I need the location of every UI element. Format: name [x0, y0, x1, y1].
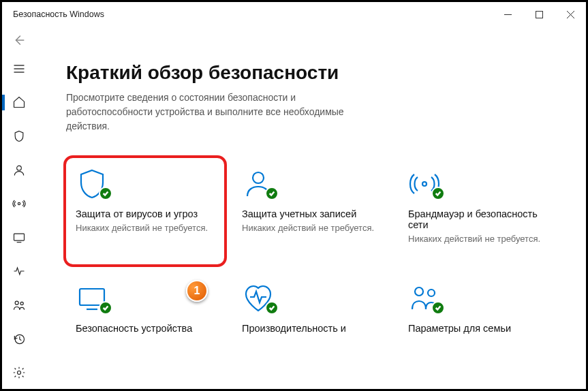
card-performance[interactable]: Производительность и — [232, 272, 390, 379]
svg-point-12 — [15, 301, 18, 304]
sidebar-item-firewall[interactable] — [2, 194, 36, 213]
main-content: Краткий обзор безопасности Просмотрите с… — [36, 57, 586, 389]
svg-point-21 — [428, 290, 435, 296]
page-subtitle: Просмотрите сведения о состоянии безопас… — [66, 91, 352, 134]
sidebar — [2, 57, 36, 389]
step-annotation-1: 1 — [186, 280, 208, 302]
window-title: Безопасность Windows — [13, 10, 104, 19]
svg-point-17 — [422, 182, 427, 186]
heartbeat-icon — [242, 282, 381, 319]
sidebar-item-settings[interactable] — [2, 363, 36, 382]
svg-point-16 — [253, 172, 264, 183]
svg-rect-10 — [14, 234, 25, 240]
sidebar-item-home[interactable] — [2, 93, 36, 112]
card-title: Безопасность устройства — [76, 323, 215, 334]
card-title: Параметры для семьи — [408, 323, 547, 334]
status-ok-badge — [99, 301, 112, 315]
card-sub: Никаких действий не требуется. — [408, 233, 547, 245]
sidebar-item-history[interactable] — [2, 330, 36, 349]
sidebar-item-virus[interactable] — [2, 127, 36, 146]
window-controls — [492, 2, 586, 27]
card-title: Брандмауэр и безопасность сети — [408, 208, 547, 230]
svg-rect-1 — [536, 11, 542, 18]
card-virus-protection[interactable]: Защита от вирусов и угроз Никаких действ… — [66, 158, 224, 264]
firewall-icon — [408, 168, 547, 204]
sidebar-item-performance[interactable] — [2, 262, 36, 281]
close-button[interactable] — [555, 2, 586, 27]
status-ok-badge — [431, 187, 445, 200]
maximize-button[interactable] — [523, 2, 555, 27]
shield-icon — [76, 168, 215, 204]
status-ok-badge — [265, 301, 279, 315]
status-ok-badge — [99, 187, 112, 200]
card-account-protection[interactable]: Защита учетных записей Никаких действий … — [232, 158, 390, 264]
titlebar: Безопасность Windows — [2, 2, 586, 27]
card-title: Производительность и — [242, 323, 381, 334]
family-icon — [408, 282, 547, 319]
sidebar-item-device[interactable] — [2, 228, 36, 247]
card-title: Защита учетных записей — [242, 208, 381, 219]
card-sub: Никаких действий не требуется. — [76, 222, 215, 234]
cards-grid: Защита от вирусов и угроз Никаких действ… — [66, 158, 559, 379]
sidebar-item-family[interactable] — [2, 296, 36, 315]
back-row — [2, 27, 586, 57]
card-title: Защита от вирусов и угроз — [76, 208, 215, 219]
sidebar-item-account[interactable] — [2, 161, 36, 180]
svg-point-13 — [20, 302, 23, 304]
minimize-button[interactable] — [492, 2, 523, 27]
svg-point-8 — [17, 166, 22, 170]
menu-toggle[interactable] — [2, 59, 36, 78]
svg-point-20 — [415, 287, 423, 296]
svg-point-15 — [18, 371, 21, 375]
card-firewall[interactable]: Брандмауэр и безопасность сети Никаких д… — [399, 158, 557, 264]
card-family[interactable]: Параметры для семьи — [399, 272, 557, 379]
back-button[interactable] — [12, 33, 27, 50]
account-icon — [242, 168, 381, 204]
svg-point-9 — [18, 203, 20, 205]
status-ok-badge — [265, 187, 279, 200]
card-sub: Никаких действий не требуется. — [242, 222, 381, 234]
page-title: Краткий обзор безопасности — [66, 62, 559, 84]
status-ok-badge — [431, 301, 445, 315]
